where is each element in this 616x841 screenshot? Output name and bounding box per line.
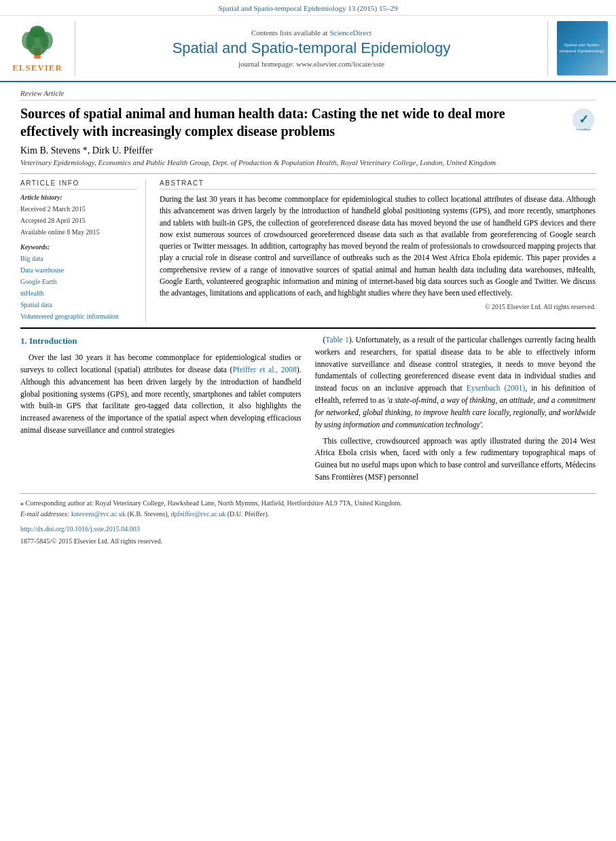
footnote-star: ⁎ [20,499,26,507]
abstract-header: ABSTRACT [160,179,596,190]
authors-line: Kim B. Stevens *, Dirk U. Pfeiffer [20,145,596,156]
keyword-mhealth[interactable]: mHealth [20,287,137,299]
author-names: Kim B. Stevens *, Dirk U. Pfeiffer [20,145,153,156]
footnote-section: ⁎ Corresponding author at: Royal Veterin… [20,493,596,547]
section1-heading: 1. Introduction [20,334,302,348]
email-addresses-line: E-mail addresses: kstevens@rvc.ac.uk (K.… [20,509,596,520]
email1-link[interactable]: kstevens@rvc.ac.uk [71,510,126,518]
article-type-label: Review Article [20,89,596,101]
body-para-3: This collective, crowdsourced approach w… [315,435,596,484]
journal-thumbnail: Spatial and Spatio-temporal Epidemiology [555,21,609,75]
keyword-vgi[interactable]: Volunteered geographic information [20,310,137,322]
email2-name: (D.U. Pfeiffer). [228,510,269,518]
crossmark-icon: ✓ CrossMark [571,107,596,132]
eysenbach-link[interactable]: Eysenbach (2001) [467,384,526,392]
article-title-section: Sources of spatial animal and human heal… [20,105,596,140]
svg-point-4 [30,26,45,38]
keyword-big-data[interactable]: Big data [20,253,137,264]
affiliation-line: Veterinary Epidemiology, Economics and P… [20,158,596,166]
body-divider [20,327,596,329]
keyword-spatial-data[interactable]: Spatial data [20,299,137,310]
journal-reference-text: Spatial and Spatio-temporal Epidemiology… [219,4,398,12]
keyword-google-earth[interactable]: Google Earth [20,276,137,287]
table1-link[interactable]: Table 1 [325,336,348,344]
body-para-2: (Table 1). Unfortunately, as a result of… [315,334,596,431]
body-para-1: Over the last 30 years it has become com… [20,352,302,437]
pfeiffer-link[interactable]: Pfeiffer et al., 2008 [232,365,296,374]
email1-name: (K.B. Stevens), [127,510,170,518]
keyword-data-warehouse[interactable]: Data warehouse [20,264,137,276]
issn-copyright: 1877-5845/© 2015 Elsevier Ltd. All right… [20,536,596,547]
svg-rect-5 [34,56,40,59]
email2-link[interactable]: dpfeiffer@rvc.ac.uk [171,510,226,518]
keywords-label: Keywords: [20,243,137,251]
contents-available-text: Contents lists available at ScienceDirec… [251,29,372,37]
svg-text:CrossMark: CrossMark [576,128,592,131]
accepted-date: Accepted 28 April 2015 [20,215,137,226]
journal-cover-text: Spatial and Spatio-temporal Epidemiology [560,42,605,54]
journal-center-info: Contents lists available at ScienceDirec… [75,21,548,75]
email-label: E-mail addresses: [20,510,71,518]
journal-reference-bar: Spatial and Spatio-temporal Epidemiology… [0,0,616,16]
elsevier-logo: ELSEVIER [7,21,68,75]
body-col-left: 1. Introduction Over the last 30 years i… [20,334,302,488]
journal-header: ELSEVIER Contents lists available at Sci… [0,16,616,82]
article-title: Sources of spatial animal and human heal… [20,105,564,140]
journal-title: Spatial and Spatio-temporal Epidemiology [173,39,451,57]
ehealth-quote: 'a state-of-mind, a way of thinking, an … [315,396,596,429]
abstract-col: ABSTRACT During the last 30 years it has… [160,179,596,322]
body-col-right: (Table 1). Unfortunately, as a result of… [315,334,596,488]
corresponding-author-text: Corresponding author at: Royal Veterinar… [26,499,402,507]
article-info-header: ARTICLE INFO [20,179,137,190]
article-info-col: ARTICLE INFO Article history: Received 2… [20,179,146,322]
info-abstract-section: ARTICLE INFO Article history: Received 2… [20,173,596,322]
corresponding-author-note: ⁎ Corresponding author at: Royal Veterin… [20,498,596,509]
doi-link-line: http://dx.doi.org/10.1016/j.sste.2015.04… [20,524,596,535]
body-two-col: 1. Introduction Over the last 30 years i… [20,334,596,488]
elsevier-tree-icon [14,23,61,60]
abstract-text: During the last 30 years it has become c… [160,194,596,299]
received-date: Received 2 March 2015 [20,203,137,215]
article-history-label: Article history: [20,194,137,201]
journal-homepage: journal homepage: www.elsevier.com/locat… [238,60,384,68]
article-body: Review Article Sources of spatial animal… [0,82,616,554]
journal-cover-box: Spatial and Spatio-temporal Epidemiology [557,21,608,75]
elsevier-wordmark: ELSEVIER [12,62,62,73]
keywords-list: Big data Data warehouse Google Earth mHe… [20,253,137,322]
available-date: Available online 8 May 2015 [20,226,137,238]
article-dates: Received 2 March 2015 Accepted 28 April … [20,203,137,238]
abstract-copyright: © 2015 Elsevier Ltd. All rights reserved… [160,303,596,310]
sciencedirect-link[interactable]: ScienceDirect [329,29,372,37]
svg-text:✓: ✓ [579,113,589,126]
doi-link[interactable]: http://dx.doi.org/10.1016/j.sste.2015.04… [20,525,140,533]
